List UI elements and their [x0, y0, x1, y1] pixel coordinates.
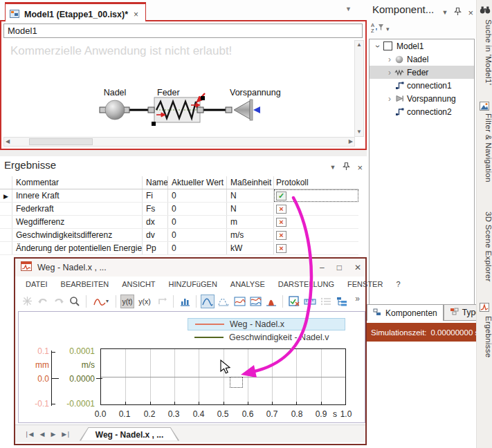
protocol-checkbox-unchecked[interactable]: ×: [276, 231, 286, 240]
redo-icon[interactable]: [52, 295, 66, 308]
results-pin-icon[interactable]: [343, 161, 350, 174]
menu-datei[interactable]: DATEI: [26, 280, 48, 288]
cell-name[interactable]: dx: [143, 216, 168, 228]
cell-protocol[interactable]: ×: [274, 203, 358, 215]
yx-mode-button[interactable]: y(x): [136, 295, 153, 308]
canvas-hscrollbar[interactable]: ◀ ▶: [3, 137, 355, 147]
minimize-button[interactable]: –: [320, 263, 325, 272]
curve-style-dropdown[interactable]: ▾: [91, 295, 111, 308]
table-row[interactable]: Änderung der potentiellen Energie Pp 0 k…: [0, 242, 358, 255]
side-tab-suche[interactable]: Suche in 'Model1': [477, 19, 492, 85]
menu-hinzufuegen[interactable]: HINZUFüGEN: [169, 280, 217, 288]
legend-entry-weg[interactable]: Weg - Nadel.x: [188, 318, 345, 330]
table-row[interactable]: Wegdifferenz dx 0 m ×: [0, 216, 358, 229]
protocol-checkbox-checked[interactable]: ✓: [276, 192, 286, 200]
expander-collapsed-icon[interactable]: ›: [385, 68, 394, 77]
component-nadel[interactable]: Nadel: [100, 88, 129, 120]
cell-name[interactable]: Fi: [143, 189, 168, 202]
cell-value[interactable]: 0: [168, 189, 227, 202]
tab-close-icon[interactable]: ×: [132, 10, 140, 19]
components-pin-icon[interactable]: [454, 6, 462, 19]
side-tab-filter-navigation[interactable]: Filter & Navigation: [477, 113, 492, 183]
boxed-plot-icon[interactable]: [233, 295, 246, 308]
cell-value[interactable]: 0: [168, 203, 227, 215]
cell-comment[interactable]: Federkraft: [12, 203, 143, 215]
side-tab-ergebnisse[interactable]: Ergebnisse: [477, 316, 492, 358]
table-row[interactable]: Geschwindigkeitsdifferenz dv 0 m/s ×: [0, 229, 358, 242]
toolbar-overflow-icon[interactable]: »: [355, 294, 360, 304]
list-icon[interactable]: [319, 295, 333, 308]
undo-icon[interactable]: [36, 295, 50, 308]
protocol-checkbox-unchecked[interactable]: ×: [276, 244, 286, 253]
maximize-button[interactable]: □: [337, 263, 342, 272]
expander-expanded-icon[interactable]: ›: [373, 42, 383, 50]
menu-bearbeiten[interactable]: BEARBEITEN: [61, 280, 109, 288]
cell-comment[interactable]: Geschwindigkeitsdifferenz: [12, 229, 143, 241]
tab-model1[interactable]: Model1 (Etappe1_00.isx)* ×: [5, 2, 146, 21]
model-canvas[interactable]: Kommerzielle Anwendung ist nicht erlaubt…: [3, 40, 355, 137]
cell-unit[interactable]: m/s: [227, 229, 274, 241]
nav-last-icon[interactable]: ▶❘: [58, 431, 73, 438]
nav-first-icon[interactable]: ❘◀: [21, 431, 36, 438]
cell-comment[interactable]: Änderung der potentiellen Energie: [12, 242, 143, 254]
nav-prev-icon[interactable]: ◀: [36, 431, 47, 438]
cell-unit[interactable]: N: [227, 189, 274, 202]
scroll-left-icon[interactable]: ◀: [4, 138, 11, 146]
chart-area[interactable]: Weg - Nadel.x Geschwindigkeit - Nadel.v …: [18, 311, 365, 423]
table-row[interactable]: Federkraft Fs 0 N ×: [0, 203, 358, 216]
bar-chart-icon[interactable]: [178, 295, 192, 308]
zoom-icon[interactable]: [68, 295, 82, 308]
ruler-icon[interactable]: [303, 295, 317, 308]
cell-protocol-selected[interactable]: ✓: [274, 189, 358, 202]
protocol-checkbox-unchecked[interactable]: ×: [276, 218, 286, 227]
table-row[interactable]: ▶ Innere Kraft Fi 0 N ✓: [0, 189, 358, 203]
components-dropdown-icon[interactable]: ▼: [441, 9, 448, 16]
menu-analyse[interactable]: ANALYSE: [230, 280, 265, 288]
tree-item-connection2[interactable]: connection2: [370, 105, 474, 118]
protocol-checkbox-unchecked[interactable]: ×: [276, 205, 286, 214]
swap-axes-icon[interactable]: [155, 295, 169, 308]
tree-view-icon[interactable]: [335, 295, 349, 308]
model1-checkbox[interactable]: [383, 41, 392, 50]
menu-darstellung[interactable]: DARSTELLUNG: [278, 280, 334, 288]
menu-ansicht[interactable]: ANSICHT: [122, 280, 155, 288]
cell-protocol[interactable]: ×: [274, 229, 358, 241]
expander-collapsed-icon[interactable]: ›: [385, 94, 394, 104]
freeze-icon[interactable]: [20, 295, 34, 308]
nav-next-icon[interactable]: ▶: [47, 431, 58, 438]
cell-comment[interactable]: Innere Kraft: [12, 189, 143, 202]
sheet-tab[interactable]: Weg - Nadel.x , ...: [80, 427, 179, 441]
cell-unit[interactable]: kW: [227, 242, 274, 254]
tree-item-feder[interactable]: › Feder: [370, 66, 474, 79]
filled-plot-icon[interactable]: [264, 295, 278, 308]
line-plot-icon[interactable]: [201, 295, 215, 308]
menu-help[interactable]: ?: [396, 280, 400, 288]
cell-unit[interactable]: m: [227, 216, 274, 228]
dotted-plot-icon[interactable]: [217, 295, 230, 308]
cell-name[interactable]: dv: [143, 229, 168, 241]
tabstrip-dropdown-icon[interactable]: ▼: [345, 6, 352, 12]
selection-handle[interactable]: [201, 96, 205, 100]
results-dropdown-icon[interactable]: ▼: [329, 164, 336, 171]
multi-plot-icon[interactable]: [248, 295, 262, 308]
results-close-icon[interactable]: ×: [357, 164, 363, 171]
tree-item-model1[interactable]: › Model1: [370, 39, 474, 53]
tree-item-vorspannung[interactable]: › Vorspannung: [370, 92, 474, 105]
cell-protocol[interactable]: ×: [274, 242, 358, 254]
protocol-toggle-icon[interactable]: [287, 295, 301, 308]
cell-protocol[interactable]: ×: [274, 216, 358, 228]
scroll-down-icon[interactable]: ▼: [355, 128, 363, 136]
model-name-field[interactable]: Model1: [3, 24, 363, 38]
tree-item-connection1[interactable]: connection1: [370, 79, 474, 92]
components-close-icon[interactable]: ×: [468, 9, 473, 17]
close-button[interactable]: ✕: [354, 263, 361, 272]
canvas-vscrollbar[interactable]: ▲ ▼: [354, 40, 364, 137]
scroll-up-icon[interactable]: ▲: [355, 41, 363, 49]
tree-item-nadel[interactable]: › Nadel: [370, 53, 474, 66]
component-feder[interactable]: Feder: [148, 88, 205, 126]
expander-collapsed-icon[interactable]: ›: [385, 55, 394, 64]
cell-unit[interactable]: N: [227, 203, 274, 215]
menu-fenster[interactable]: FENSTER: [347, 280, 383, 288]
selection-handle[interactable]: [152, 122, 156, 126]
cell-value[interactable]: 0: [168, 216, 227, 228]
